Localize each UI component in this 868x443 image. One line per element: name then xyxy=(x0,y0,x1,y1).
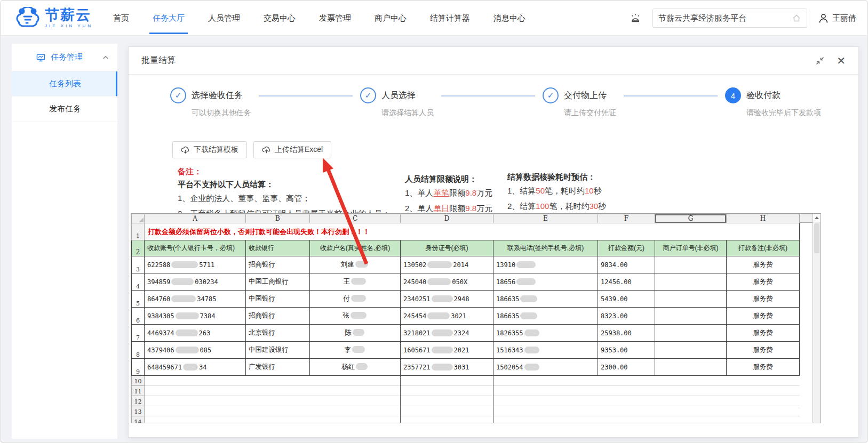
user-menu[interactable]: 王丽倩 xyxy=(818,13,856,24)
header-cell[interactable]: 收款户名(真实姓名,必填) xyxy=(310,240,401,256)
row-number[interactable]: 5 xyxy=(132,291,145,308)
cell-phone[interactable]: 186635 xyxy=(493,308,598,325)
header-cell[interactable]: 打款金额(元) xyxy=(598,240,655,256)
cell-amount[interactable]: 8323.00 xyxy=(598,308,655,325)
cell-account[interactable]: 6225885711 xyxy=(145,256,246,273)
cell-phone[interactable]: 1826355 xyxy=(493,325,598,342)
nav-item-首页[interactable]: 首页 xyxy=(113,1,129,35)
cell-phone[interactable]: 186635 xyxy=(493,291,598,308)
header-cell[interactable]: 联系电话(签约手机号,必填) xyxy=(493,240,598,256)
nav-item-发票管理[interactable]: 发票管理 xyxy=(319,1,351,35)
column-header-A[interactable]: A xyxy=(145,214,246,223)
cell-phone[interactable]: 1502054 xyxy=(493,359,598,376)
close-icon[interactable]: ✕ xyxy=(837,55,846,66)
row-number[interactable]: 4 xyxy=(132,273,145,291)
scrollbar-up-button[interactable] xyxy=(813,214,821,222)
cell-bank[interactable]: 招商银行 xyxy=(246,308,310,325)
cell-bank[interactable]: 中国工商银行 xyxy=(246,273,310,291)
cell-bank[interactable]: 广发银行 xyxy=(246,359,310,376)
cell-name[interactable]: 付 xyxy=(310,291,401,308)
cell-name[interactable]: 杨红 xyxy=(310,359,401,376)
nav-item-任务大厅[interactable]: 任务大厅 xyxy=(153,1,185,35)
cell-account[interactable]: 394859030234 xyxy=(145,273,246,291)
cell-remark[interactable]: 服务费 xyxy=(727,256,800,273)
row-number[interactable]: 1 xyxy=(132,223,145,240)
header-cell[interactable]: 打款备注(非必填) xyxy=(727,240,800,256)
row-number[interactable]: 2 xyxy=(132,240,145,256)
nav-item-人员管理[interactable]: 人员管理 xyxy=(208,1,240,35)
scrollbar-thumb[interactable] xyxy=(814,223,819,253)
select-all-corner-cell[interactable] xyxy=(132,214,145,223)
empty-cells[interactable] xyxy=(145,396,800,406)
header-cell[interactable]: 商户订单号(非必填) xyxy=(655,240,727,256)
empty-cells[interactable] xyxy=(145,406,800,416)
cell-remark[interactable]: 服务费 xyxy=(727,291,800,308)
sheet-scrollbar[interactable] xyxy=(813,214,821,423)
cell-phone[interactable]: 1516343 xyxy=(493,342,598,359)
cell-bank[interactable]: 中国建设银行 xyxy=(246,342,310,359)
cell-amount[interactable]: 9834.00 xyxy=(598,256,655,273)
cell-id[interactable]: 16056712021 xyxy=(401,342,493,359)
column-header-C[interactable]: C xyxy=(310,214,401,223)
row-number[interactable]: 6 xyxy=(132,308,145,325)
row-number[interactable]: 10 xyxy=(132,376,145,386)
cell-amount[interactable]: 2300.00 xyxy=(598,359,655,376)
row-number[interactable]: 11 xyxy=(132,386,145,396)
cell-name[interactable]: 陈 xyxy=(310,325,401,342)
cell-phone[interactable]: 13910 xyxy=(493,256,598,273)
cell-order[interactable] xyxy=(655,291,727,308)
cell-order[interactable] xyxy=(655,325,727,342)
nav-item-消息中心[interactable]: 消息中心 xyxy=(493,1,525,35)
cell-order[interactable] xyxy=(655,342,727,359)
cell-account[interactable]: 4379406085 xyxy=(145,342,246,359)
empty-cells[interactable] xyxy=(145,376,800,386)
cell-account[interactable]: 86476034785 xyxy=(145,291,246,308)
cell-id[interactable]: 1305022014 xyxy=(401,256,493,273)
sidebar-item-发布任务[interactable]: 发布任务 xyxy=(12,96,117,122)
cell-id[interactable]: 23402512948 xyxy=(401,291,493,308)
column-header-G[interactable]: G xyxy=(655,214,727,223)
empty-cells[interactable] xyxy=(145,416,800,424)
cell-id[interactable]: 23577213031 xyxy=(401,359,493,376)
cell-name[interactable]: 王 xyxy=(310,273,401,291)
notification-bell-icon[interactable] xyxy=(629,12,642,25)
cell-account[interactable]: 93843057384 xyxy=(145,308,246,325)
platform-select[interactable]: 节薪云共享经济服务平台 xyxy=(652,9,807,28)
cell-id[interactable]: 32180212324 xyxy=(401,325,493,342)
cell-order[interactable] xyxy=(655,273,727,291)
cell-name[interactable]: 刘建 xyxy=(310,256,401,273)
column-header-H[interactable]: H xyxy=(727,214,800,223)
cell-name[interactable]: 张 xyxy=(310,308,401,325)
header-cell[interactable]: 身份证号(必填) xyxy=(401,240,493,256)
cell-bank[interactable]: 招商银行 xyxy=(246,256,310,273)
cell-remark[interactable]: 服务费 xyxy=(727,325,800,342)
nav-item-商户中心[interactable]: 商户中心 xyxy=(375,1,407,35)
row-number[interactable]: 9 xyxy=(132,359,145,376)
nav-item-交易中心[interactable]: 交易中心 xyxy=(264,1,296,35)
compress-window-icon[interactable] xyxy=(815,56,825,66)
cell-bank[interactable]: 中国银行 xyxy=(246,291,310,308)
sidebar-group-task-management[interactable]: 任务管理 xyxy=(12,44,117,71)
row-number[interactable]: 3 xyxy=(132,256,145,273)
header-cell[interactable]: 收款账号(个人银行卡号，必填) xyxy=(145,240,246,256)
cell-remark[interactable]: 服务费 xyxy=(727,273,800,291)
column-header-D[interactable]: D xyxy=(401,214,493,223)
cell-remark[interactable]: 服务费 xyxy=(727,359,800,376)
upload-excel-button[interactable]: 上传结算Excel xyxy=(253,141,331,158)
column-header-B[interactable]: B xyxy=(246,214,310,223)
cell-remark[interactable]: 服务费 xyxy=(727,308,800,325)
empty-cells[interactable] xyxy=(145,386,800,396)
row-number[interactable]: 12 xyxy=(132,396,145,406)
cell-bank[interactable]: 北京银行 xyxy=(246,325,310,342)
cell-order[interactable] xyxy=(655,359,727,376)
warning-cell[interactable]: 打款金额必须保留两位小数，否则打款可能会出现失败！本行勿删！！！ xyxy=(145,223,800,240)
cell-amount[interactable]: 5439.00 xyxy=(598,291,655,308)
row-number[interactable]: 14 xyxy=(132,416,145,424)
download-template-button[interactable]: 下载结算模板 xyxy=(172,141,247,158)
column-header-E[interactable]: E xyxy=(493,214,598,223)
row-number[interactable]: 7 xyxy=(132,325,145,342)
header-cell[interactable]: 收款银行 xyxy=(246,240,310,256)
cell-remark[interactable]: 服务费 xyxy=(727,342,800,359)
row-number[interactable]: 8 xyxy=(132,342,145,359)
nav-item-结算计算器[interactable]: 结算计算器 xyxy=(430,1,470,35)
